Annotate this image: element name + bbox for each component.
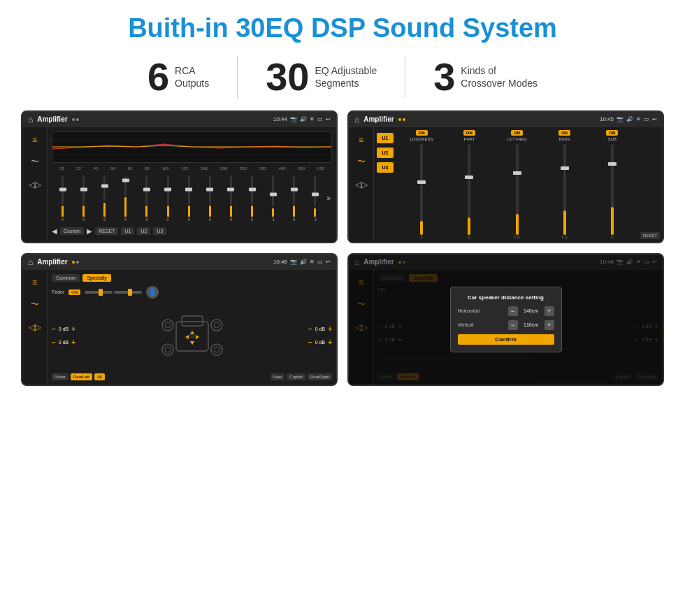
eq-u2-button[interactable]: U2 (137, 227, 150, 235)
bass-on[interactable]: ON (558, 130, 570, 136)
db-plus-4[interactable]: + (328, 338, 332, 346)
sidebar-eq-icon[interactable]: ≡ (27, 133, 43, 147)
fader-slider-group (85, 291, 142, 294)
vertical-label: Vertical (458, 322, 474, 327)
channel-cutfreq: ON CUT FREQ F G (494, 130, 539, 239)
eq-slider-3[interactable]: 0 (95, 176, 114, 222)
db-plus-1[interactable]: + (71, 325, 75, 333)
eq-prev-icon[interactable]: ◀ (52, 227, 57, 235)
distance-dialog-overlay: Car speaker distance setting Horizontal … (349, 255, 663, 385)
cutfreq-slider[interactable] (516, 144, 519, 235)
copilot-preset-button[interactable]: Copilot (287, 373, 305, 380)
vertical-minus-button[interactable]: − (508, 320, 518, 330)
phat-on[interactable]: ON (463, 130, 475, 136)
u1-button[interactable]: U1 (377, 133, 394, 143)
eq-slider-2[interactable]: 0 (74, 176, 93, 222)
eq-slider-5[interactable]: 0 (137, 176, 156, 222)
eq-slider-10[interactable]: 0 (243, 176, 261, 222)
eq-slider-4[interactable]: 5 (116, 176, 135, 222)
horizontal-row: Horizontal − 140cm + (458, 306, 554, 316)
u2-button[interactable]: U2 (377, 148, 394, 158)
crossover-reset-button[interactable]: RESET (640, 232, 660, 239)
screen2-speaker-icon[interactable]: ◁▷ (353, 178, 370, 192)
fader-tabs: Common Specialty (52, 274, 332, 282)
u3-button[interactable]: U3 (377, 162, 394, 173)
horizontal-minus-button[interactable]: − (508, 306, 518, 316)
horizontal-plus-button[interactable]: + (545, 306, 554, 316)
screen2-time: 10:45 (600, 116, 614, 122)
common-tab[interactable]: Common (52, 274, 80, 282)
sub-on[interactable]: ON (606, 130, 618, 136)
loudness-on[interactable]: ON (416, 130, 428, 136)
db-minus-3[interactable]: − (308, 325, 312, 333)
screen3-status-bar: ⌂ Amplifier 10:46 📷 🔊 ✕ ▭ ↩ (22, 255, 336, 270)
svg-marker-18 (196, 335, 199, 339)
bass-slider[interactable] (563, 144, 566, 235)
eq-reset-button[interactable]: RESET (95, 227, 118, 235)
screen3-home-icon[interactable]: ⌂ (28, 257, 33, 267)
all-preset-button[interactable]: All (94, 373, 105, 380)
fader-slider-h1[interactable] (85, 291, 113, 294)
eq-slider-8[interactable]: 0 (201, 176, 219, 222)
eq-custom-button[interactable]: Custom (60, 227, 84, 235)
eq-slider-11[interactable]: -1 (264, 176, 282, 222)
screen3-dot-1 (72, 261, 75, 264)
db-val-2: 0 dB (59, 340, 68, 345)
eq-u3-button[interactable]: U3 (153, 227, 166, 235)
specialty-tab[interactable]: Specialty (82, 274, 110, 282)
screen-distance: ⌂ Amplifier 10:46 📷 🔊 ✕ ▭ ↩ (347, 253, 664, 386)
dot-2 (76, 118, 79, 121)
screen2-content: ≡ 〜 ◁▷ U1 U2 U3 ON LOUDNESS (349, 127, 663, 242)
screen1-status-bar: ⌂ Amplifier 10:44 📷 🔊 ✕ ▭ ↩ (22, 112, 336, 127)
vertical-plus-button[interactable]: + (545, 320, 554, 330)
u-buttons-list: U1 U2 U3 (374, 127, 396, 242)
eq-slider-7[interactable]: 0 (180, 176, 199, 222)
cutfreq-on[interactable]: ON (511, 130, 523, 136)
driver-preset-button[interactable]: Driver (52, 373, 68, 380)
confirm-button[interactable]: Confirm (458, 334, 554, 345)
screen3-close-icon: ✕ (310, 259, 315, 265)
eq-slider-9[interactable]: 0 (222, 176, 240, 222)
eq-u1-button[interactable]: U1 (121, 227, 134, 235)
db-plus-3[interactable]: + (328, 325, 332, 333)
eq-next-icon[interactable]: ▶ (87, 227, 92, 235)
fader-on-badge[interactable]: ON (68, 289, 80, 295)
speaker-diagram: ⊙ (78, 311, 305, 360)
home-icon[interactable]: ⌂ (28, 115, 33, 124)
screen3-wave-icon[interactable]: 〜 (27, 298, 43, 312)
screen3-speaker-icon[interactable]: ◁▷ (27, 320, 43, 334)
eq-number: 30 (266, 57, 309, 96)
db-row-2: − 0 dB + (52, 338, 75, 346)
db-minus-1[interactable]: − (52, 325, 56, 333)
eq-freq-labels: 25 32 40 50 63 80 100 125 160 200 250 32… (52, 166, 332, 171)
svg-point-6 (211, 320, 222, 331)
user-preset-button[interactable]: User (271, 373, 285, 380)
fader-slider-h2[interactable] (114, 291, 142, 294)
loudness-slider[interactable] (420, 144, 423, 235)
screen2-sidebar: ≡ 〜 ◁▷ (349, 127, 374, 242)
rearright-preset-button[interactable]: RearRight (308, 373, 332, 380)
sub-slider[interactable] (611, 144, 614, 235)
fader-label: Fader (52, 289, 64, 294)
db-plus-2[interactable]: + (71, 338, 75, 346)
sidebar-wave-icon[interactable]: 〜 (27, 155, 43, 169)
sidebar-speaker-icon[interactable]: ◁▷ (27, 178, 43, 192)
eq-slider-1[interactable]: 0 (53, 176, 72, 222)
screen2-wave-icon[interactable]: 〜 (353, 155, 370, 169)
db-minus-4[interactable]: − (308, 338, 312, 346)
screen3-window-icon: ▭ (317, 259, 323, 265)
screen3-camera-icon: 📷 (290, 259, 297, 265)
db-row-1: − 0 dB + (52, 325, 75, 333)
eq-slider-12[interactable]: 0 (284, 176, 303, 222)
screen2-eq-icon[interactable]: ≡ (353, 133, 370, 147)
db-minus-2[interactable]: − (52, 338, 56, 346)
screens-grid: ⌂ Amplifier 10:44 📷 🔊 ✕ ▭ ↩ (21, 110, 664, 386)
svg-point-9 (165, 347, 171, 352)
eq-slider-13[interactable]: -1 (305, 176, 324, 222)
phat-slider[interactable] (468, 144, 470, 235)
screen3-eq-icon[interactable]: ≡ (27, 275, 43, 289)
eq-slider-6[interactable]: 0 (159, 176, 178, 222)
db-row-3: − 0 dB + (308, 325, 332, 333)
screen2-home-icon[interactable]: ⌂ (354, 115, 359, 124)
rearleft-preset-button[interactable]: RearLeft (71, 373, 92, 380)
